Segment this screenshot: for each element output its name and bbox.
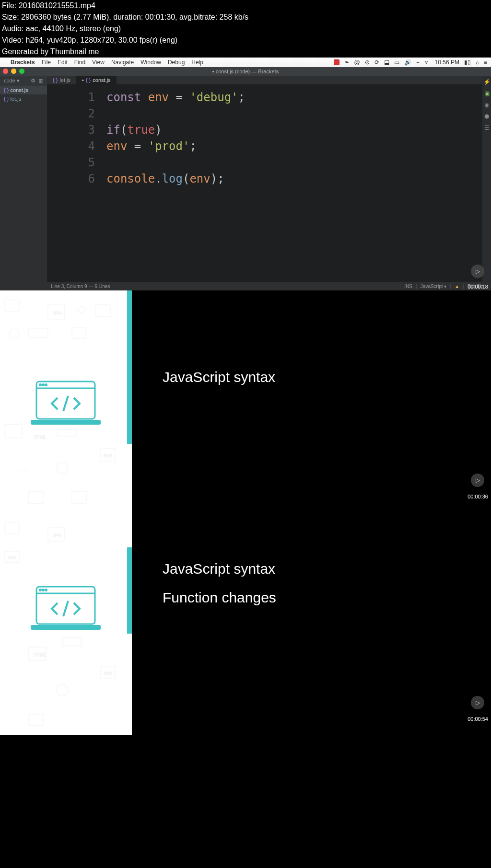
record-icon[interactable] bbox=[334, 59, 339, 65]
display-icon[interactable]: ▭ bbox=[394, 59, 399, 66]
dropbox-icon[interactable]: ⬓ bbox=[384, 59, 389, 66]
wifi-icon[interactable]: ᯤ bbox=[424, 59, 430, 66]
extension-icon[interactable]: ▣ bbox=[484, 90, 490, 97]
spotlight-icon[interactable]: ⌕ bbox=[476, 59, 479, 66]
window-title: • const.js (code) — Brackets bbox=[212, 69, 279, 74]
menu-navigate[interactable]: Navigate bbox=[111, 59, 134, 66]
svg-text:EXE: EXE bbox=[104, 453, 112, 458]
svg-rect-5 bbox=[29, 329, 48, 337]
status-lang[interactable]: JavaScript ▾ bbox=[416, 284, 450, 289]
svg-rect-7 bbox=[5, 425, 22, 438]
evernote-icon[interactable]: ❧ bbox=[344, 59, 349, 66]
svg-rect-26 bbox=[62, 637, 82, 646]
svg-rect-9 bbox=[58, 429, 77, 436]
accent-bar bbox=[127, 290, 132, 444]
svg-text:HTML: HTML bbox=[34, 652, 47, 658]
status-ins[interactable]: INS bbox=[400, 284, 416, 289]
play-button[interactable]: ▷ bbox=[471, 696, 484, 709]
svg-rect-0 bbox=[5, 300, 19, 312]
svg-rect-3 bbox=[96, 305, 110, 316]
laptop-icon bbox=[30, 585, 102, 635]
slide-title: JavaScript syntax bbox=[163, 367, 491, 387]
bt-icon[interactable]: ⌁ bbox=[416, 59, 420, 66]
menu-debug[interactable]: Debug bbox=[168, 59, 185, 66]
gear-icon[interactable]: ⚙ bbox=[31, 78, 35, 84]
sidebar-file-label: let.js bbox=[10, 96, 21, 102]
menu-window[interactable]: Window bbox=[140, 59, 161, 66]
tab-label: let.js bbox=[59, 77, 70, 83]
slide-subtitle: Function changes bbox=[163, 588, 491, 608]
line-number: 1 bbox=[47, 89, 95, 105]
svg-text:JPG: JPG bbox=[53, 533, 61, 538]
sidebar: code ▾ ⚙ ▥ { } const.js { } let.js bbox=[0, 76, 47, 282]
menu-icon[interactable]: ≡ bbox=[484, 59, 487, 66]
svg-point-17 bbox=[40, 384, 41, 386]
sync-icon[interactable]: ⟳ bbox=[374, 59, 379, 66]
svg-rect-6 bbox=[72, 328, 85, 338]
svg-point-37 bbox=[46, 590, 47, 591]
editor: { }let.js •{ }const.js 1 2 3 4 5 6 const… bbox=[47, 76, 491, 282]
check-icon[interactable]: ⊘ bbox=[365, 59, 370, 66]
slide-content: JavaScript syntax Function changes bbox=[132, 513, 491, 735]
svg-rect-20 bbox=[31, 420, 101, 425]
gutter: 1 2 3 4 5 6 bbox=[47, 84, 103, 282]
menu-view[interactable]: View bbox=[92, 59, 105, 66]
battery-icon[interactable]: ▮▯ bbox=[464, 59, 471, 66]
svg-rect-33 bbox=[36, 587, 95, 624]
svg-text:EXE: EXE bbox=[104, 671, 112, 676]
status-warn-icon[interactable]: ▲ bbox=[450, 284, 463, 289]
svg-point-19 bbox=[46, 384, 47, 386]
split-icon[interactable]: ▥ bbox=[38, 78, 43, 84]
svg-text:JPG: JPG bbox=[53, 311, 61, 315]
svg-point-12 bbox=[57, 462, 68, 474]
svg-rect-13 bbox=[29, 492, 43, 503]
laptop-icon bbox=[30, 380, 102, 429]
svg-rect-21 bbox=[5, 522, 19, 534]
sidebar-file-const[interactable]: { } const.js bbox=[0, 86, 47, 94]
svg-text:HTML: HTML bbox=[34, 435, 47, 440]
menu-find[interactable]: Find bbox=[74, 59, 85, 66]
menu-file[interactable]: File bbox=[42, 59, 51, 66]
tab-bar: { }let.js •{ }const.js bbox=[47, 76, 491, 84]
clock[interactable]: 10:56 PM bbox=[435, 59, 459, 66]
braces-icon: { } bbox=[53, 77, 58, 83]
svg-point-18 bbox=[43, 384, 44, 386]
code-area[interactable]: 1 2 3 4 5 6 const env = 'debug'; if(true… bbox=[47, 84, 491, 282]
traffic-lights[interactable] bbox=[3, 69, 24, 74]
sidebar-header[interactable]: code ▾ ⚙ ▥ bbox=[0, 76, 47, 86]
ext4-icon[interactable]: ☰ bbox=[484, 125, 490, 131]
play-button[interactable]: ▷ bbox=[471, 474, 484, 487]
slide-title: JavaScript syntax bbox=[163, 559, 491, 579]
menu-edit[interactable]: Edit bbox=[58, 59, 68, 66]
at-icon[interactable]: @ bbox=[354, 59, 360, 66]
svg-rect-14 bbox=[72, 492, 86, 503]
thumbnail-2: JPG HTML EXE JavaScript syntax ▷ 00:00:3… bbox=[0, 290, 491, 513]
tab-const[interactable]: •{ }const.js bbox=[76, 76, 117, 84]
braces-icon: { } bbox=[4, 96, 9, 102]
ext3-icon[interactable]: ⬢ bbox=[484, 113, 489, 120]
menubar-app[interactable]: Brackets bbox=[11, 59, 35, 66]
live-preview-icon[interactable]: ⚡ bbox=[483, 79, 491, 85]
svg-point-31 bbox=[57, 684, 68, 696]
slide-sidebar: JPG HTML EXE bbox=[0, 290, 132, 513]
svg-point-36 bbox=[43, 590, 44, 591]
ext2-icon[interactable]: ◉ bbox=[484, 102, 489, 108]
slide-content: JavaScript syntax bbox=[132, 290, 491, 513]
code-content[interactable]: const env = 'debug'; if(true) env = 'pro… bbox=[103, 84, 245, 282]
video-meta-video: Video: h264, yuv420p, 1280x720, 30.00 fp… bbox=[0, 35, 491, 46]
thumbnail-3: JPG CSS HTML EXE JavaScript syntax Funct… bbox=[0, 513, 491, 735]
sidebar-file-let[interactable]: { } let.js bbox=[0, 94, 47, 103]
cursor-position[interactable]: Line 3, Column 9 — 6 Lines bbox=[51, 284, 110, 289]
line-number: 5 bbox=[47, 154, 95, 171]
tab-let[interactable]: { }let.js bbox=[47, 76, 76, 84]
menu-help[interactable]: Help bbox=[191, 59, 203, 66]
play-button[interactable]: ▷ bbox=[471, 265, 484, 278]
volume-icon[interactable]: 🔊 bbox=[404, 59, 411, 66]
video-meta-size: Size: 2906360 bytes (2.77 MiB), duration… bbox=[0, 12, 491, 23]
line-number: 2 bbox=[47, 105, 95, 122]
brackets-window: code ▾ ⚙ ▥ { } const.js { } let.js { }le… bbox=[0, 76, 491, 282]
braces-icon: { } bbox=[86, 77, 91, 83]
svg-point-35 bbox=[40, 590, 41, 591]
svg-rect-38 bbox=[31, 625, 101, 630]
menubar-right: ❧ @ ⊘ ⟳ ⬓ ▭ 🔊 ⌁ ᯤ 10:56 PM ▮▯ ⌕ ≡ bbox=[334, 59, 487, 66]
